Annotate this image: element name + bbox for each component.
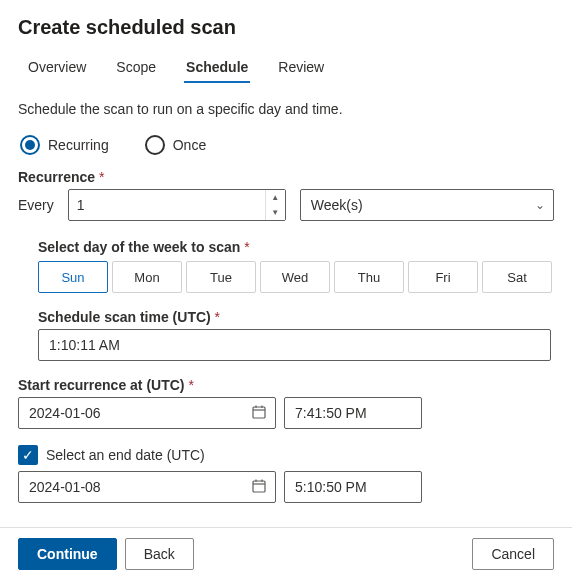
start-date-value: 2024-01-06 — [29, 405, 101, 421]
start-time-input[interactable]: 7:41:50 PM — [284, 397, 422, 429]
day-picker: Sun Mon Tue Wed Thu Fri Sat — [38, 261, 554, 293]
tab-review[interactable]: Review — [276, 55, 326, 85]
page-title: Create scheduled scan — [18, 16, 554, 39]
day-thu[interactable]: Thu — [334, 261, 404, 293]
recurrence-type-radios: Recurring Once — [18, 135, 554, 155]
day-mon[interactable]: Mon — [112, 261, 182, 293]
schedule-time-value: 1:10:11 AM — [49, 337, 120, 353]
footer-bar: Continue Back Cancel — [0, 527, 572, 584]
end-time-input[interactable]: 5:10:50 PM — [284, 471, 422, 503]
start-time-value: 7:41:50 PM — [295, 405, 367, 421]
schedule-time-input[interactable]: 1:10:11 AM — [38, 329, 551, 361]
recurrence-unit-value: Week(s) — [311, 197, 363, 213]
svg-rect-4 — [253, 481, 265, 492]
recurrence-label: Recurrence — [18, 169, 554, 185]
checkmark-icon: ✓ — [22, 447, 34, 463]
every-label: Every — [18, 197, 54, 213]
recurrence-unit-select[interactable]: Week(s) ⌄ — [300, 189, 554, 221]
start-date-input[interactable]: 2024-01-06 — [18, 397, 276, 429]
day-sun[interactable]: Sun — [38, 261, 108, 293]
day-tue[interactable]: Tue — [186, 261, 256, 293]
end-date-checkbox-label: Select an end date (UTC) — [46, 447, 205, 463]
spin-down-button[interactable]: ▼ — [266, 205, 285, 220]
tab-overview[interactable]: Overview — [26, 55, 88, 85]
day-wed[interactable]: Wed — [260, 261, 330, 293]
tabs: Overview Scope Schedule Review — [18, 55, 554, 85]
end-time-value: 5:10:50 PM — [295, 479, 367, 495]
every-spinbutton[interactable]: 1 ▲ ▼ — [68, 189, 286, 221]
day-sat[interactable]: Sat — [482, 261, 552, 293]
days-label: Select day of the week to scan — [38, 239, 554, 255]
calendar-icon — [251, 404, 267, 423]
cancel-button[interactable]: Cancel — [472, 538, 554, 570]
chevron-down-icon: ⌄ — [535, 198, 545, 212]
start-label: Start recurrence at (UTC) — [18, 377, 554, 393]
day-fri[interactable]: Fri — [408, 261, 478, 293]
radio-once[interactable]: Once — [145, 135, 206, 155]
radio-once-label: Once — [173, 137, 206, 153]
spin-up-button[interactable]: ▲ — [266, 190, 285, 205]
back-button[interactable]: Back — [125, 538, 194, 570]
end-date-input[interactable]: 2024-01-08 — [18, 471, 276, 503]
schedule-time-label: Schedule scan time (UTC) — [38, 309, 554, 325]
radio-recurring-label: Recurring — [48, 137, 109, 153]
tab-scope[interactable]: Scope — [114, 55, 158, 85]
continue-button[interactable]: Continue — [18, 538, 117, 570]
radio-checked-icon — [20, 135, 40, 155]
end-date-value: 2024-01-08 — [29, 479, 101, 495]
every-value: 1 — [69, 190, 265, 220]
description-text: Schedule the scan to run on a specific d… — [18, 101, 554, 117]
radio-recurring[interactable]: Recurring — [20, 135, 109, 155]
calendar-icon — [251, 478, 267, 497]
end-date-checkbox[interactable]: ✓ — [18, 445, 38, 465]
tab-schedule[interactable]: Schedule — [184, 55, 250, 85]
radio-unchecked-icon — [145, 135, 165, 155]
svg-rect-0 — [253, 407, 265, 418]
